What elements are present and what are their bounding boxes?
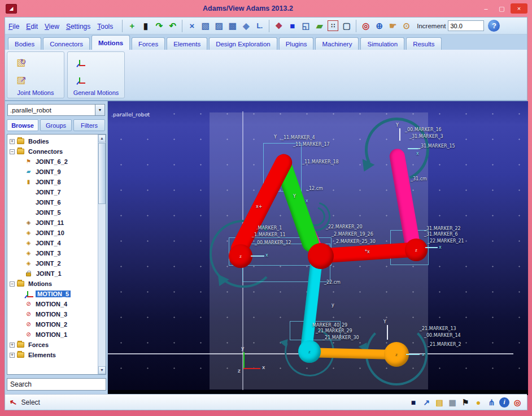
menu-edit[interactable]: Edit [26,23,38,31]
view-center-icon[interactable]: ∷ [328,20,338,31]
tree-item-joint-9[interactable]: ▰JOINT_9 [7,167,98,177]
tab-results[interactable]: Results [406,37,441,50]
tab-machinery[interactable]: Machinery [315,37,359,50]
rotate-view-icon[interactable]: ⊕ [373,19,386,32]
new-model-icon[interactable]: + [125,19,138,32]
sphere-icon[interactable]: ● [473,397,483,408]
browser-tab-groups[interactable]: Groups [40,119,72,131]
close-button[interactable]: × [511,3,527,14]
ribbon-group-joint-motions: ▧↻▨↗Joint Motions [7,51,64,98]
tree-item-motion-5[interactable]: MOTION_5 [7,289,98,299]
tree-item-motions[interactable]: −Motions [7,279,98,289]
render-mode-icon[interactable]: ■ [286,19,299,32]
tab-plugins[interactable]: Plugins [279,37,314,50]
pan-hand-icon[interactable]: ☛ [386,19,399,32]
tree-item-elements[interactable]: +Elements [7,350,98,360]
info-icon[interactable]: i [499,397,509,408]
tree-expander-icon[interactable]: + [10,343,15,348]
browser-tab-filters[interactable]: Filters [73,119,105,131]
tab-design-exploration[interactable]: Design Exploration [209,37,277,50]
scroll-thumb[interactable] [98,143,106,204]
tree-item-joint-2[interactable]: ◈JOINT_2 [7,258,98,268]
tree-expander-icon[interactable]: + [10,353,15,358]
tree-expander-icon[interactable]: + [10,139,15,144]
model-selector-dropdown[interactable]: .parallel_robot ▼ [7,104,105,116]
model-viewport[interactable]: .parallel_robot zzzz_11.MARKER_4_11.MARK… [108,101,528,395]
tree-item-joint-6-2[interactable]: ⚑JOINT_6_2 [7,157,98,167]
menu-tools[interactable]: Tools [97,23,113,31]
menu-view[interactable]: View [45,23,59,31]
menu-file[interactable]: File [8,23,19,31]
orange-joint[interactable]: z [384,342,409,367]
tree-item-joint-6[interactable]: JOINT_6 [7,197,98,207]
tree-item-joint-5[interactable]: JOINT_5 [7,207,98,218]
tab-bodies[interactable]: Bodies [8,37,41,50]
rotational-joint-motion-icon[interactable]: ▧↻ [16,56,30,70]
cyan-joint[interactable]: z [298,340,321,363]
tools-icon[interactable]: × [185,19,198,32]
tree-item-joint-10[interactable]: ◈JOINT_10 [7,228,98,238]
search-input[interactable] [7,378,106,391]
save-icon[interactable]: ▮ [139,19,152,32]
left-red-joint[interactable]: z [229,244,252,268]
browser-tab-browse[interactable]: Browse [7,119,38,131]
center-red-joint[interactable] [308,243,334,269]
tree-item-joint-3[interactable]: ◈JOINT_3 [7,248,98,258]
undo-icon[interactable]: ↶ [166,19,179,32]
spreadsheet-icon[interactable]: ▦ [447,397,457,408]
cube-view-front-icon[interactable]: ▧ [199,19,212,32]
tree-item-motion-3[interactable]: ⊘MOTION_3 [7,309,98,319]
center-point-icon[interactable]: ◎ [359,19,372,32]
redo-icon[interactable]: ↷ [152,19,165,32]
select-area-icon[interactable]: ▢ [340,19,353,32]
scroll-down-icon[interactable]: ▼ [98,366,106,374]
translational-joint-motion-icon[interactable]: ▨↗ [16,73,30,87]
flag-icon[interactable]: ⚑ [460,397,470,408]
tree-item-forces[interactable]: +Forces [7,340,98,350]
tree-item-joint-1[interactable]: JOINT_1 [7,268,98,279]
point-motion-icon[interactable] [77,58,86,67]
topology-icon[interactable]: ⋔ [486,397,496,408]
axis-letter: Y [383,319,386,324]
window-fit-icon[interactable]: ◱ [299,19,312,32]
stop-icon[interactable]: ◎ [512,397,522,408]
tree-item-joint-7[interactable]: JOINT_7 [7,187,98,197]
tab-forces[interactable]: Forces [132,37,165,50]
increment-input[interactable] [448,20,484,31]
tree-item-bodies[interactable]: +Bodies [7,136,98,146]
cube-view-back-icon[interactable]: ▩ [226,19,239,32]
tab-motions[interactable]: Motions [91,35,130,50]
tree-item-joint-11[interactable]: ◈JOINT_11 [7,218,98,228]
tab-simulation[interactable]: Simulation [360,37,404,50]
tree-item-motion-2[interactable]: ⊘MOTION_2 [7,319,98,330]
axis-orientation-icon[interactable]: L. [253,19,266,32]
tree-expander-icon[interactable]: − [10,281,15,287]
table-editor-icon[interactable]: ▤ [434,397,444,408]
tree-scrollbar[interactable]: ▲ ▼ [98,135,106,374]
cube-shaded-icon[interactable]: ◆ [239,19,252,32]
motion-triad-icon[interactable] [25,289,34,298]
tree-item-motion-1[interactable]: ⊘MOTION_1 [7,330,98,340]
render-window-icon[interactable]: ■ [408,397,418,408]
tree-expander-icon[interactable]: − [10,149,15,154]
tree-item-joint-8[interactable]: ▮JOINT_8 [7,177,98,187]
tab-elements[interactable]: Elements [167,37,207,50]
cube-view-iso-icon[interactable]: ▨ [212,19,225,32]
scroll-up-icon[interactable]: ▲ [98,135,106,142]
view-layout-icon[interactable]: ❖ [272,19,285,32]
fit-view-icon[interactable]: ▰ [313,19,326,32]
tab-connectors[interactable]: Connectors [43,37,90,50]
minimize-button[interactable]: – [479,3,493,14]
select-cursor-icon[interactable]: ↖ [8,396,18,408]
menu-settings[interactable]: Settings [66,23,90,31]
tree-item-joint-4[interactable]: ◈JOINT_4 [7,238,98,248]
tree-item-connectors[interactable]: −Connectors [7,146,98,157]
general-point-motion-icon[interactable] [77,76,86,85]
plot-icon[interactable]: ↗ [421,397,431,408]
right-red-joint[interactable]: z [405,239,428,261]
help-icon[interactable]: ? [488,20,500,32]
tree-item-motion-4[interactable]: ⊘MOTION_4 [7,299,98,309]
maximize-button[interactable]: ▢ [495,3,509,14]
dropdown-arrow-icon[interactable]: ▼ [95,105,104,115]
zoom-icon[interactable]: ⊙ [400,19,413,32]
